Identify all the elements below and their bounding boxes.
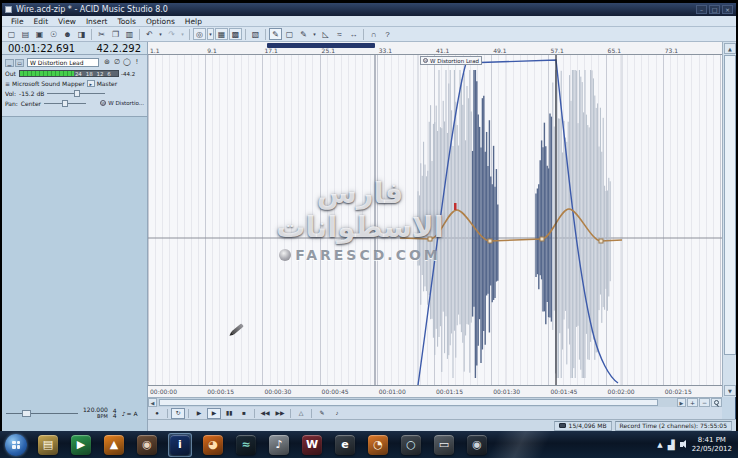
pan-slider-thumb[interactable] [62, 100, 68, 107]
time-display[interactable]: 00:01:22.691 42.2.292 [2, 42, 148, 55]
menu-view[interactable]: View [53, 16, 81, 27]
track-minimize-button[interactable]: ▁ [5, 59, 14, 67]
tempo-slider[interactable] [6, 413, 78, 414]
device-label[interactable]: Microsoft Sound Mapper [12, 80, 85, 87]
minimize-button[interactable]: – [696, 5, 707, 14]
time-ruler[interactable]: 00:00:0000:00:1500:00:3000:00:4500:01:00… [148, 385, 722, 397]
titlebar[interactable]: Wire.acd-zip * - ACID Music Studio 8.0 –… [2, 3, 736, 16]
menu-help[interactable]: Help [180, 16, 207, 27]
arm-record-button[interactable]: ! [132, 58, 142, 67]
bus-assignment[interactable]: W W Distortio... [100, 100, 144, 106]
taskbar-media-player[interactable]: ▶ [69, 433, 93, 457]
undo-button[interactable]: ↶ [143, 28, 156, 40]
taskbar-clock[interactable]: 8:41 PM 22/05/2012 [692, 436, 734, 454]
pan-slider[interactable] [44, 103, 86, 104]
zoom-tool-button[interactable] [711, 398, 722, 407]
redo-dropdown[interactable]: ▾ [179, 28, 186, 40]
metronome-button[interactable]: △ [294, 408, 308, 419]
timeline[interactable]: W W Distortion Lead [148, 55, 722, 385]
clip-label-chip[interactable]: W W Distortion Lead [420, 56, 482, 65]
mixer-window-button[interactable]: ▦ [215, 28, 228, 40]
publish-button[interactable]: ☉ [47, 28, 60, 40]
hscroll-thumb[interactable] [159, 399, 658, 406]
taskbar-vlc[interactable]: ▲ [102, 433, 126, 457]
volume-slider-thumb[interactable] [74, 90, 80, 97]
open-button[interactable]: ▤ [19, 28, 32, 40]
loop-playback-button[interactable]: ↻ [171, 408, 185, 419]
event-tool-button[interactable]: ♪ [330, 408, 344, 419]
go-to-end-button[interactable]: ▶▶ [273, 408, 287, 419]
tempo-slider-thumb[interactable] [22, 410, 31, 417]
taskbar-utorrent[interactable]: ≈ [234, 433, 258, 457]
pause-button[interactable]: ▮▮ [222, 408, 236, 419]
stop-button[interactable]: ■ [237, 408, 251, 419]
track-name-field[interactable]: W Distortion Lead [27, 58, 99, 67]
new-button[interactable]: ▢ [5, 28, 18, 40]
tray-expand-icon[interactable]: ▲ [657, 441, 662, 449]
scroll-down-button[interactable]: ▼ [724, 385, 736, 396]
draw-tool-transport-button[interactable]: ✎ [315, 408, 329, 419]
mute-button[interactable]: ∅ [112, 58, 122, 67]
record-button[interactable]: ● [150, 408, 164, 419]
play-from-start-button[interactable]: ▶ [192, 408, 206, 419]
scroll-up-button[interactable]: ▲ [724, 43, 736, 54]
measure-ruler[interactable]: 1.19.117.125.133.141.149.157.165.173.181… [148, 42, 722, 55]
erase-tool-button[interactable]: ◺ [319, 28, 332, 40]
taskbar-camera[interactable]: ◉ [465, 433, 489, 457]
whats-this-button[interactable]: ? [381, 28, 394, 40]
zoom-in-time-button[interactable]: + [687, 398, 698, 407]
scroll-right-button[interactable]: ▶ [677, 398, 686, 407]
menu-file[interactable]: File [6, 16, 29, 27]
menu-tools[interactable]: Tools [112, 16, 140, 27]
explorer-window-button[interactable]: ▧ [249, 28, 262, 40]
solo-button[interactable]: ◯ [122, 58, 132, 67]
scroll-left-button[interactable]: ◀ [148, 398, 157, 407]
track-fx-button[interactable]: ⊛ [102, 58, 112, 67]
magnify-dropdown[interactable]: ▾ [207, 28, 214, 40]
project-key[interactable]: ♪ = A [122, 410, 138, 417]
taskbar-folder[interactable]: ▭ [432, 433, 456, 457]
timeselect-tool-button[interactable]: ↔ [347, 28, 360, 40]
redo-button[interactable]: ↷ [165, 28, 178, 40]
hscroll-track[interactable] [157, 398, 677, 407]
close-button[interactable]: × [722, 5, 733, 14]
network-icon[interactable]: ▟ [668, 440, 675, 450]
maximize-button[interactable]: □ [709, 5, 720, 14]
go-to-start-button[interactable]: ◀◀ [258, 408, 272, 419]
time-signature[interactable]: 4 4 [113, 408, 117, 418]
taskbar-explorer[interactable]: ▤ [36, 433, 60, 457]
snap-button[interactable]: ∩ [367, 28, 380, 40]
draw-tool-button[interactable]: ✎ [269, 28, 282, 40]
paint-tool-dropdown[interactable]: ▾ [311, 28, 318, 40]
track-list-empty[interactable] [2, 117, 148, 395]
volume-icon[interactable] [680, 442, 683, 447]
menu-edit[interactable]: Edit [29, 16, 54, 27]
volume-slider[interactable] [47, 93, 105, 94]
taskbar-internet-explorer[interactable]: e [333, 433, 357, 457]
properties-button[interactable]: ☻ [61, 28, 74, 40]
waveform-display[interactable] [148, 55, 722, 385]
taskbar-gimp[interactable]: ◉ [135, 433, 159, 457]
copy-button[interactable]: ❐ [109, 28, 122, 40]
bus-button[interactable]: ▸ [87, 80, 95, 87]
render-button[interactable]: ◨ [75, 28, 88, 40]
selection-tool-button[interactable]: ▢ [283, 28, 296, 40]
taskbar-acid-active[interactable]: i [168, 433, 192, 457]
undo-dropdown[interactable]: ▾ [157, 28, 164, 40]
menu-insert[interactable]: Insert [81, 16, 113, 27]
vertical-scrollbar[interactable]: ▲ ▼ [722, 42, 736, 397]
start-button[interactable] [5, 434, 27, 456]
taskbar-word[interactable]: W [300, 433, 324, 457]
magnify-tool-button[interactable]: ◎ [193, 28, 206, 40]
horizontal-scrollbar[interactable]: ◀ ▶ + − [148, 397, 722, 407]
play-button[interactable]: ▶ [207, 408, 221, 419]
envelope-tool-button[interactable]: ≈ [333, 28, 346, 40]
track-maximize-button[interactable]: ▭ [15, 59, 24, 67]
zoom-out-time-button[interactable]: − [699, 398, 710, 407]
taskbar-firefox[interactable]: ◕ [201, 433, 225, 457]
paint-tool-button[interactable]: ✎ [297, 28, 310, 40]
vscroll-thumb[interactable] [724, 55, 736, 355]
chopper-window-button[interactable]: ▩ [229, 28, 242, 40]
paste-button[interactable]: ▥ [123, 28, 136, 40]
taskbar-nero[interactable]: ◔ [366, 433, 390, 457]
